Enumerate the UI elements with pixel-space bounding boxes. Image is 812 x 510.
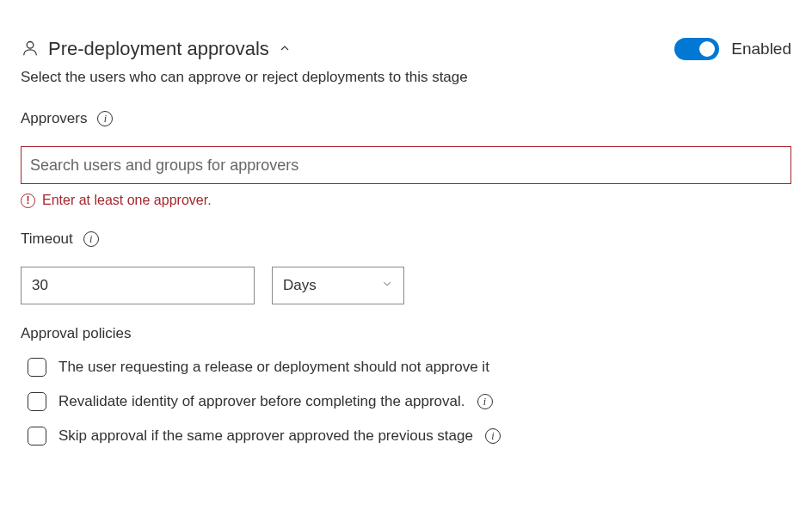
policy-checkbox[interactable] (28, 392, 46, 411)
policy-checkbox[interactable] (28, 358, 46, 377)
timeout-label: Timeout (21, 230, 73, 248)
info-icon[interactable]: i (97, 111, 113, 126)
approvers-label-row: Approvers i (21, 110, 791, 127)
section-subtitle: Select the users who can approve or reje… (21, 69, 791, 86)
error-text: Enter at least one approver. (42, 193, 212, 208)
timeout-label-row: Timeout i (21, 230, 791, 248)
info-icon[interactable]: i (477, 394, 493, 409)
person-icon (21, 39, 40, 60)
info-icon[interactable]: i (485, 428, 501, 444)
approvers-label: Approvers (21, 110, 87, 127)
policy-row: Skip approval if the same approver appro… (21, 427, 791, 445)
info-icon[interactable]: i (83, 231, 99, 247)
policy-row: Revalidate identity of approver before c… (21, 392, 791, 411)
approvers-search-input[interactable] (21, 146, 791, 184)
policies-title: Approval policies (21, 325, 791, 342)
timeout-value-input[interactable] (21, 267, 255, 304)
toggle-label: Enabled (731, 40, 791, 58)
toggle-thumb (699, 41, 715, 57)
chevron-up-icon (278, 41, 292, 58)
title-group[interactable]: Pre-deployment approvals (21, 38, 292, 60)
policy-label: The user requesting a release or deploym… (58, 359, 489, 376)
policy-label: Revalidate identity of approver before c… (58, 393, 465, 410)
enable-toggle[interactable] (674, 38, 719, 60)
error-icon: ! (21, 194, 35, 208)
approvers-error: ! Enter at least one approver. (21, 193, 791, 208)
timeout-unit-select[interactable]: Days (272, 267, 404, 304)
policy-row: The user requesting a release or deploym… (21, 358, 791, 377)
svg-point-0 (27, 41, 34, 48)
enable-toggle-group: Enabled (674, 38, 791, 60)
section-title: Pre-deployment approvals (48, 38, 269, 60)
chevron-down-icon (381, 277, 393, 294)
policy-checkbox[interactable] (28, 427, 46, 445)
policy-label: Skip approval if the same approver appro… (58, 427, 473, 445)
section-header: Pre-deployment approvals Enabled (21, 38, 791, 60)
timeout-unit-label: Days (283, 277, 317, 294)
timeout-inputs: Days (21, 267, 791, 304)
